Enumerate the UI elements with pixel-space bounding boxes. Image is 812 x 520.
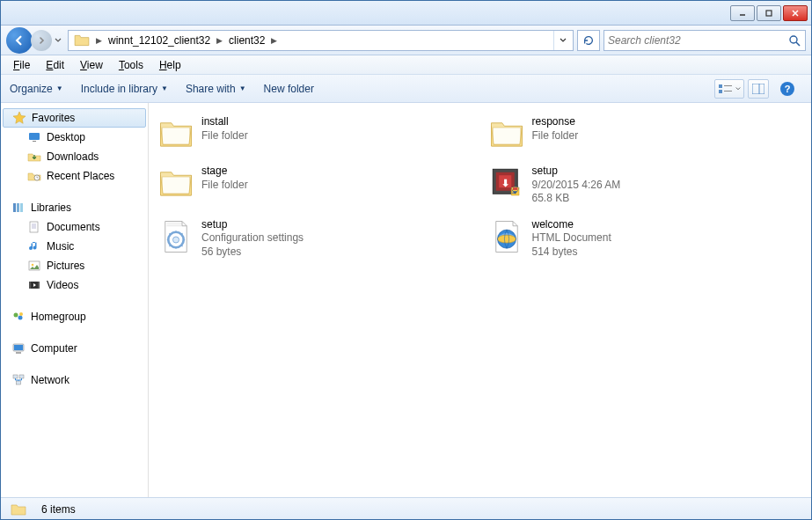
file-item-setup-ini[interactable]: setupConfiguration settings56 bytes: [154, 215, 476, 263]
back-button[interactable]: [6, 27, 33, 54]
minimize-button[interactable]: [730, 5, 755, 21]
svg-text:?: ?: [785, 84, 791, 94]
chevron-right-icon[interactable]: ▶: [268, 36, 280, 45]
toolbar: Organize▼ Include in library▼ Share with…: [1, 75, 811, 103]
menu-edit[interactable]: Edit: [39, 57, 71, 73]
file-item-welcome[interactable]: welcomeHTML Document514 bytes: [485, 215, 807, 263]
toolbar-new-folder[interactable]: New folder: [264, 83, 314, 95]
breadcrumb-seg1[interactable]: winnt_12102_client32: [105, 33, 214, 48]
menubar: File Edit View Tools Help: [1, 55, 811, 75]
folder-icon: [157, 165, 194, 201]
sidebar-homegroup[interactable]: Homegroup: [1, 307, 148, 326]
sidebar-computer[interactable]: Computer: [1, 339, 148, 358]
status-count: 6 items: [41, 503, 76, 516]
svg-point-30: [18, 316, 23, 320]
svg-line-5: [796, 42, 800, 46]
desktop-icon: [27, 130, 41, 144]
svg-rect-20: [30, 222, 38, 232]
svg-rect-28: [38, 282, 40, 289]
breadcrumb-seg2[interactable]: client32: [225, 33, 268, 48]
folder-icon: [10, 501, 27, 518]
sidebar-network[interactable]: Network: [1, 370, 148, 390]
svg-rect-6: [719, 84, 722, 88]
sidebar-item-desktop[interactable]: Desktop: [1, 128, 148, 147]
network-icon: [11, 373, 26, 387]
file-list: installFile folder responseFile folder s…: [149, 103, 811, 497]
svg-rect-36: [19, 375, 24, 378]
recent-icon: [27, 169, 41, 183]
svg-rect-15: [33, 141, 36, 142]
svg-rect-37: [17, 381, 21, 385]
downloads-icon: [27, 150, 41, 164]
close-button[interactable]: [783, 5, 808, 21]
svg-point-25: [32, 264, 34, 267]
toolbar-include-library[interactable]: Include in library▼: [81, 83, 168, 95]
svg-rect-9: [724, 91, 732, 92]
sidebar-item-music[interactable]: Music: [1, 237, 148, 256]
exe-icon: ⬇: [488, 165, 525, 201]
titlebar: [1, 1, 811, 26]
documents-icon: [27, 220, 41, 234]
menu-view[interactable]: View: [73, 57, 110, 73]
svg-rect-7: [724, 85, 732, 86]
svg-rect-10: [752, 84, 764, 94]
chevron-right-icon[interactable]: ▶: [214, 36, 225, 45]
svg-rect-19: [20, 203, 23, 212]
statusbar: 6 items: [1, 497, 811, 520]
address-dropdown-button[interactable]: [553, 31, 571, 50]
search-icon[interactable]: [787, 33, 801, 48]
address-bar[interactable]: ▶ winnt_12102_client32 ▶ client32 ▶: [68, 30, 574, 51]
navigation-pane: Favorites Desktop Downloads Recent Place…: [1, 103, 149, 497]
menu-tools[interactable]: Tools: [112, 57, 150, 73]
svg-rect-17: [13, 203, 16, 212]
pictures-icon: [27, 259, 41, 273]
folder-icon: [488, 115, 525, 152]
svg-text:⬇: ⬇: [501, 178, 508, 188]
folder-icon: [74, 33, 90, 48]
videos-icon: [27, 278, 41, 292]
file-item-response[interactable]: responseFile folder: [485, 112, 807, 156]
refresh-button[interactable]: [577, 30, 600, 51]
sidebar-item-recent[interactable]: Recent Places: [1, 166, 148, 186]
libraries-icon: [11, 201, 26, 215]
svg-rect-8: [719, 90, 722, 93]
toolbar-share-with[interactable]: Share with▼: [186, 83, 246, 95]
html-file-icon: [488, 218, 525, 255]
chevron-right-icon[interactable]: ▶: [93, 36, 105, 45]
sidebar-label: Favorites: [32, 112, 75, 124]
maximize-button[interactable]: [757, 5, 781, 21]
forward-button[interactable]: [31, 30, 52, 51]
preview-pane-button[interactable]: [748, 79, 769, 99]
svg-rect-34: [16, 352, 21, 354]
file-item-stage[interactable]: stageFile folder: [154, 161, 476, 209]
file-item-setup-exe[interactable]: ⬇ setup9/20/2015 4:26 AM65.8 KB: [485, 161, 807, 209]
music-icon: [27, 239, 41, 253]
svg-point-47: [497, 235, 516, 243]
search-box[interactable]: [604, 30, 806, 51]
menu-file[interactable]: File: [6, 57, 37, 73]
view-mode-button[interactable]: [714, 79, 744, 99]
help-button[interactable]: ?: [772, 79, 802, 99]
star-icon: [12, 111, 26, 125]
nav-history-dropdown[interactable]: [52, 27, 64, 54]
svg-rect-14: [29, 133, 40, 140]
homegroup-icon: [11, 310, 26, 324]
folder-icon: [157, 115, 194, 152]
sidebar-item-downloads[interactable]: Downloads: [1, 147, 148, 166]
sidebar-libraries[interactable]: Libraries: [1, 198, 148, 217]
sidebar-item-pictures[interactable]: Pictures: [1, 256, 148, 275]
file-item-install[interactable]: installFile folder: [154, 112, 476, 156]
sidebar-item-documents[interactable]: Documents: [1, 217, 148, 237]
computer-icon: [11, 341, 26, 355]
sidebar-item-videos[interactable]: Videos: [1, 275, 148, 295]
svg-point-4: [790, 36, 797, 43]
navbar: ▶ winnt_12102_client32 ▶ client32 ▶: [1, 26, 811, 55]
menu-help[interactable]: Help: [152, 57, 188, 73]
svg-rect-43: [513, 187, 517, 190]
svg-point-31: [19, 312, 23, 316]
search-input[interactable]: [608, 34, 787, 47]
sidebar-favorites[interactable]: Favorites: [3, 108, 146, 128]
config-file-icon: [157, 218, 194, 255]
toolbar-organize[interactable]: Organize▼: [10, 83, 63, 95]
svg-rect-33: [14, 345, 23, 350]
